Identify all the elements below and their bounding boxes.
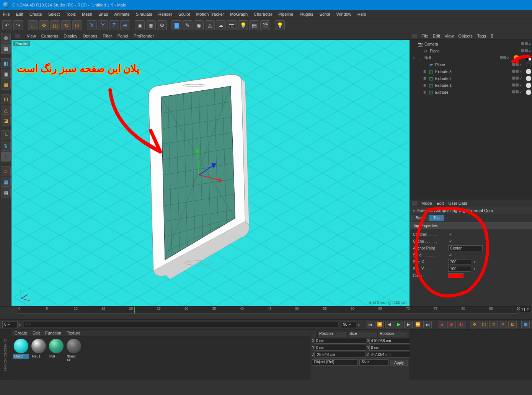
tag-white-icon[interactable] [526,90,531,95]
object-row-plane[interactable]: ▱Plane✓ [410,47,532,54]
om-menu-edit[interactable]: Edit [433,34,440,38]
visibility-check-icon[interactable]: ✓ [519,70,522,74]
viewport[interactable]: Parallel پلان این صفحه سبز رنگ است Grid … [11,40,410,306]
texture-tool[interactable]: ▣ [1,69,11,79]
add-cube-button[interactable]: ▇ [171,20,181,30]
tree-toggle-icon[interactable]: ⊞ [423,77,427,80]
visibility-check-icon[interactable]: ✓ [528,42,531,46]
menu-edit[interactable]: Edit [16,12,23,16]
tag-chk-icon[interactable] [526,55,531,60]
add-camera-button[interactable]: 📷 [227,20,237,30]
menu-tools[interactable]: Tools [66,12,76,16]
layer-dot-icon[interactable] [521,42,524,45]
menu-select[interactable]: Select [48,12,60,16]
render-settings-button[interactable]: ⚙ [157,20,167,30]
next-frame-button[interactable]: ▶ [404,321,413,328]
prev-frame-button[interactable]: ◀ [385,321,393,328]
apply-button[interactable]: Apply [390,360,408,366]
vp-menu-panel[interactable]: Panel [117,34,128,38]
scale-key-button[interactable]: ◫ [480,321,488,328]
layer-dot-icon[interactable] [516,83,519,87]
tag-orange-icon[interactable] [514,55,519,60]
menu-help[interactable]: Help [357,12,366,16]
visibility-check-icon[interactable]: ✓ [528,49,531,53]
menu-window[interactable]: Window [336,12,351,16]
rotate-tool[interactable]: ⟲ [61,20,71,30]
menu-mograph[interactable]: MoGraph [230,12,248,16]
material-grid[interactable]: Mat.2Mat.1MatSketch M [11,336,310,380]
menu-sculpt[interactable]: Sculpt [178,12,190,16]
position-y-input[interactable] [315,345,366,351]
vp-menu-filter[interactable]: Filter [103,34,112,38]
edges-mode[interactable]: △ [1,105,11,115]
menu-file[interactable]: File [3,12,10,16]
layer-dot-icon[interactable] [512,77,515,80]
add-generator-button[interactable]: ◉ [194,20,204,30]
color-swatch[interactable] [448,273,463,278]
pla-key-button[interactable]: ⊡ [508,321,517,328]
y-axis-toggle[interactable]: Y [98,20,108,30]
last-tool[interactable]: ⊡ [72,20,82,30]
select-tool[interactable]: ⬚ [28,20,38,30]
play-button[interactable]: ▶ [395,321,403,328]
visibility-check-icon[interactable]: ✓ [519,83,522,88]
children-checkbox[interactable]: ✓ [448,232,453,237]
frame-slider[interactable]: 0 F [24,322,339,327]
layer-dot-icon[interactable] [516,77,519,80]
redo-button[interactable]: ↷ [13,20,23,30]
coord-size-select[interactable]: Size [359,359,388,366]
menu-snap[interactable]: Snap [98,12,108,16]
vp-menu-cameras[interactable]: Cameras [41,34,59,38]
timeline-playhead[interactable] [134,307,135,313]
pos-key-button[interactable]: ✥ [470,321,478,328]
menu-plugins[interactable]: Plugins [299,12,313,16]
object-row-plane[interactable]: ▱Plane✓ [410,61,532,68]
menu-mesh[interactable]: Mesh [82,12,92,16]
rot-key-button[interactable]: ⟲ [489,321,498,328]
om-menu-file[interactable]: File [421,34,428,38]
start-frame-input[interactable] [2,321,18,328]
position-z-input[interactable] [314,352,366,357]
object-row-null[interactable]: ⊟⎯Null✓ [410,54,532,61]
vp-menu-options[interactable]: Options [83,34,97,38]
menu-create[interactable]: Create [29,12,42,16]
tag-tab[interactable]: Tag [429,215,444,221]
visibility-check-icon[interactable]: ✓ [507,56,510,60]
tag-white-icon[interactable] [526,83,531,88]
axis-tool[interactable]: └ [1,130,11,140]
coord-mode-select[interactable]: Object (Rel) [312,359,358,366]
end-frame-input[interactable] [341,321,356,328]
undo-button[interactable]: ↶ [2,20,12,30]
mat-menu-edit[interactable]: Edit [33,331,40,335]
make-editable-button[interactable]: ⬢ [1,33,11,43]
x-axis-toggle[interactable]: X [87,20,97,30]
layer-dot-icon[interactable] [516,90,519,93]
sizex-input[interactable] [448,259,471,265]
render-region-button[interactable]: ▦ [146,20,156,30]
polygons-mode[interactable]: ◪ [1,116,11,126]
vp-menu-prorender[interactable]: ProRender [134,34,154,38]
menu-animate[interactable]: Animate [114,12,130,16]
attr-menu-user-data[interactable]: User Data [449,201,468,206]
menu-script[interactable]: Script [320,12,330,16]
material-sketch m[interactable]: Sketch M [66,339,82,377]
layer-dot-icon[interactable] [512,90,515,93]
snap-toggle[interactable]: S [1,152,11,162]
om-menu-objects[interactable]: Objects [458,34,472,38]
visibility-check-icon[interactable]: ✓ [519,63,522,67]
basic-tab[interactable]: Basic [411,215,429,221]
menu-pipeline[interactable]: Pipeline [278,12,293,16]
layer-dot-icon[interactable] [500,56,503,59]
layer-dot-icon[interactable] [521,49,524,52]
planar-workplane[interactable]: ▤ [1,188,11,198]
mat-menu-function[interactable]: Function [45,331,61,335]
menu-render[interactable]: Render [158,12,172,16]
z-axis-toggle[interactable]: Z [109,20,119,30]
menu-motion tracker[interactable]: Motion Tracker [196,12,224,16]
object-row-extrude-3[interactable]: ⊞◫Extrude.3✓ [410,68,532,75]
points-mode[interactable]: ⊡ [1,94,11,104]
add-light-button[interactable]: 💡 [238,20,248,30]
next-key-button[interactable]: ⏩ [414,321,422,328]
layer-dot-icon[interactable] [512,70,515,73]
om-menu-tags[interactable]: Tags [477,34,486,38]
